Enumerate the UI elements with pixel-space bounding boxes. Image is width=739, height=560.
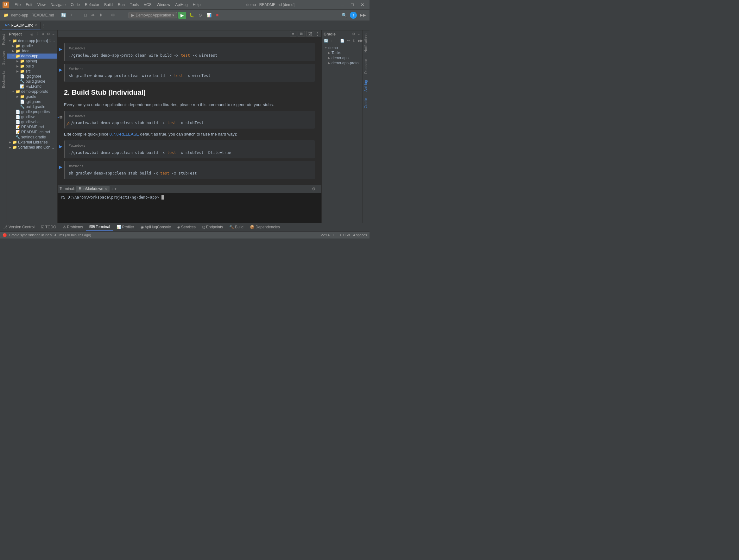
tree-item-7[interactable]: 📄.gitignore <box>7 74 57 79</box>
sidebar-close-button[interactable]: − <box>51 32 55 36</box>
close-button[interactable]: ✕ <box>358 2 367 8</box>
tree-item-9[interactable]: 📝HELP.md <box>7 84 57 89</box>
editor-more-button[interactable]: ⋮ <box>315 31 319 36</box>
gradle-node-demo-app-proto[interactable]: ▶ demo-app-proto <box>323 60 361 65</box>
tree-item-8[interactable]: 🔧build.gradle <box>7 79 57 84</box>
tab-readme[interactable]: MD README.md ✕ <box>2 22 40 29</box>
search-button[interactable]: 🔍 <box>340 12 348 19</box>
bottom-tab-todo[interactable]: ☑ TODO <box>38 224 59 231</box>
bottom-tab-terminal[interactable]: ⌨ Terminal <box>86 223 113 231</box>
add-button[interactable]: + <box>69 12 75 18</box>
status-position[interactable]: 22:14 <box>321 233 330 237</box>
menu-item-vcs[interactable]: VCS <box>142 2 154 8</box>
menu-item-apihug[interactable]: ApiHug <box>173 2 189 8</box>
more-actions-button[interactable]: ▶▶ <box>358 12 367 18</box>
view-list-button[interactable]: ≡ <box>290 31 296 36</box>
tree-item-13[interactable]: 🔧build.gradle <box>7 104 57 109</box>
run-code-button-3[interactable]: ▶ <box>57 113 59 120</box>
run-code-button-4[interactable]: ▶ <box>59 143 62 150</box>
tree-item-11[interactable]: ▶📁gradle <box>7 94 57 99</box>
right-tab-gradle[interactable]: Gradle <box>363 95 370 112</box>
terminal-tab-close[interactable]: ✕ <box>105 187 107 191</box>
tree-item-4[interactable]: ▶📁apihug <box>7 58 57 64</box>
gradle-refresh-button[interactable]: 🔄 <box>323 38 329 43</box>
minimize-panel-button[interactable]: − <box>118 12 124 18</box>
menu-item-build[interactable]: Build <box>102 2 115 8</box>
sidebar-expand-button[interactable]: ⇔ <box>40 32 45 36</box>
status-encoding[interactable]: UTF-8 <box>340 233 350 237</box>
menu-item-view[interactable]: View <box>35 2 47 8</box>
view-grid-button[interactable]: ⊞ <box>298 31 305 36</box>
run-button[interactable]: ▶ <box>178 12 186 19</box>
tree-item-17[interactable]: 📝README.md <box>7 125 57 130</box>
bottom-tab-dependencies[interactable]: 📦 Dependencies <box>247 224 283 231</box>
terminal-tab-runmarkdown[interactable]: RunMarkdown ✕ <box>76 186 110 192</box>
right-tab-notifications[interactable]: Notifications <box>363 30 370 56</box>
run-code-button-1[interactable]: ▶ <box>59 46 62 52</box>
gradle-button[interactable]: □ <box>83 12 88 18</box>
sidebar-settings-button[interactable]: ⚙ <box>46 32 51 36</box>
left-tab-bookmarks[interactable]: Bookmarks <box>1 68 6 91</box>
coverage-button[interactable]: ⊙ <box>197 12 203 18</box>
window-controls[interactable]: ─ □ ✕ <box>338 2 367 8</box>
run-code-button-5[interactable]: ▶ <box>59 163 62 170</box>
tab-close-button[interactable]: ✕ <box>34 23 37 27</box>
minimize-button[interactable]: ─ <box>338 2 347 8</box>
tree-item-0[interactable]: ▾📁demo-app [demo] D:\Aaron\works <box>7 38 57 43</box>
expand-button[interactable]: ⇔ <box>90 12 96 18</box>
status-indent[interactable]: 4 spaces <box>353 233 367 237</box>
profile-button[interactable]: 📊 <box>205 12 213 18</box>
error-indicator[interactable]: 🔴 <box>3 233 7 237</box>
menu-item-run[interactable]: Run <box>116 2 127 8</box>
bottom-tab-services[interactable]: ◈ Services <box>174 224 199 231</box>
gradle-expand-button[interactable]: ⇔ <box>346 38 351 43</box>
lite-link[interactable]: 0.7.8-RELEASE <box>110 132 139 137</box>
tree-item-10[interactable]: ▾📁demo-app-proto <box>7 89 57 94</box>
gradle-minimize-button[interactable]: − <box>357 32 360 36</box>
menu-item-tools[interactable]: Tools <box>128 2 141 8</box>
terminal-close-button[interactable]: − <box>317 186 319 191</box>
menu-item-file[interactable]: File <box>13 2 22 8</box>
bottom-tab-endpoints[interactable]: ◎ Endpoints <box>199 224 226 231</box>
gradle-node-tasks[interactable]: ▶ Tasks <box>323 50 361 55</box>
run-code-button-2[interactable]: ▶ <box>59 66 62 73</box>
bottom-tab-version-control[interactable]: ⎇ Version Control <box>0 224 38 231</box>
sync-button[interactable]: 🔄 <box>59 12 68 18</box>
tree-item-14[interactable]: 📄gradle.properties <box>7 109 57 114</box>
copy-icon[interactable]: ⧉ <box>59 114 62 121</box>
bottom-tab-problems[interactable]: ⚠ Problems <box>59 224 87 231</box>
terminal-add-button[interactable]: + <box>111 186 113 191</box>
debug-button[interactable]: 🐛 <box>187 12 196 18</box>
tree-item-6[interactable]: ▶📁src <box>7 69 57 74</box>
menu-item-code[interactable]: Code <box>69 2 82 8</box>
run-configuration[interactable]: ▶ DemoAppApplication ▾ <box>129 12 177 18</box>
gradle-node-demo[interactable]: ▾ demo <box>323 45 361 50</box>
tree-item-1[interactable]: ▶📁.gradle <box>7 43 57 48</box>
tree-item-21[interactable]: ▶📁Scratches and Consoles <box>7 145 57 150</box>
remove-button[interactable]: − <box>76 12 82 18</box>
tree-item-12[interactable]: 📄.gitignore <box>7 99 57 104</box>
tree-item-3[interactable]: ▾📁demo-app <box>7 53 57 58</box>
update-button[interactable]: ↑ <box>350 12 357 19</box>
sidebar-locate-button[interactable]: ◎ <box>29 32 34 36</box>
tree-item-2[interactable]: ▶📁.idea <box>7 48 57 53</box>
right-tab-apihug[interactable]: ApiHug <box>363 77 370 95</box>
more-tabs-button[interactable]: ⋮ <box>42 23 46 28</box>
sidebar-collapse-button[interactable]: ⇕ <box>35 32 40 36</box>
right-tab-database[interactable]: Database <box>363 56 370 77</box>
menu-item-edit[interactable]: Edit <box>24 2 34 8</box>
tree-item-18[interactable]: 📝README_cn.md <box>7 130 57 135</box>
gradle-node-demo-app[interactable]: ▶ demo-app <box>323 55 361 60</box>
tree-item-20[interactable]: ▶📁External Libraries <box>7 140 57 145</box>
sidebar-actions[interactable]: ◎ ⇕ ⇔ ⚙ − <box>29 32 55 36</box>
gradle-add-button[interactable]: + <box>330 39 334 43</box>
bottom-tab-profiler[interactable]: 📊 Profiler <box>113 224 137 231</box>
terminal-chevron-button[interactable]: ▾ <box>115 187 117 191</box>
menu-bar[interactable]: FileEditViewNavigateCodeRefactorBuildRun… <box>13 2 202 8</box>
gradle-settings-button[interactable]: ⚙ <box>351 32 356 36</box>
stop-button[interactable]: ■ <box>214 12 220 18</box>
bottom-tab-apihug-console[interactable]: ◉ ApiHugConsole <box>137 224 174 231</box>
tree-item-5[interactable]: ▶📁build <box>7 64 57 69</box>
menu-item-window[interactable]: Window <box>155 2 172 8</box>
gradle-remove-button[interactable]: − <box>334 39 338 43</box>
